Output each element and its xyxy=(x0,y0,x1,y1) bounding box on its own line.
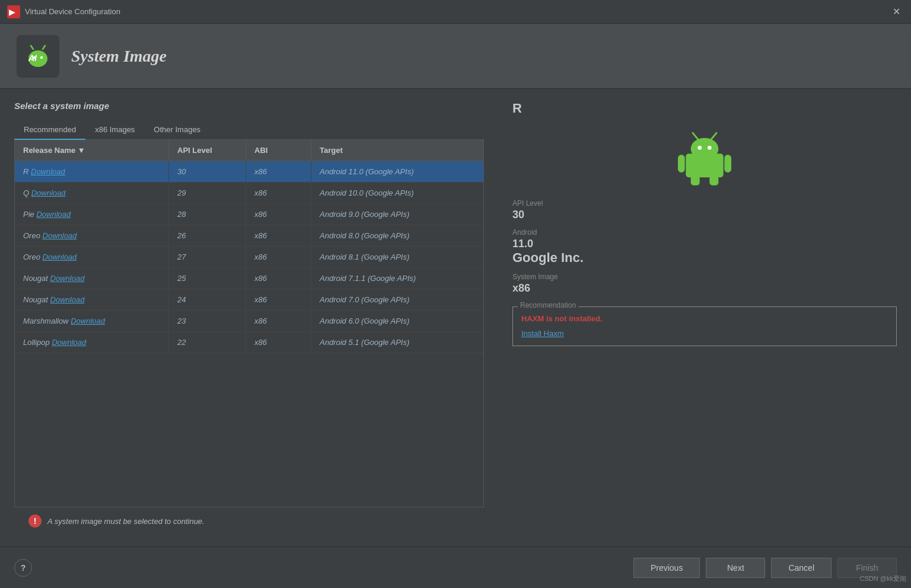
table-row[interactable]: Marshmallow Download 23 x86 Android 6.0 … xyxy=(15,311,483,332)
tabs: Recommended x86 Images Other Images xyxy=(14,120,484,140)
cell-abi: x86 xyxy=(246,332,311,353)
release-prefix: Marshmallow xyxy=(23,317,71,325)
col-target: Target xyxy=(311,140,483,161)
cell-release-name: Oreo Download xyxy=(15,225,169,246)
svg-point-4 xyxy=(40,56,43,58)
table-row[interactable]: Lollipop Download 22 x86 Android 5.1 (Go… xyxy=(15,332,483,353)
cell-abi: x86 xyxy=(246,161,311,182)
cell-api-level: 28 xyxy=(169,204,246,225)
svg-point-11 xyxy=(708,146,712,150)
cell-api-level: 30 xyxy=(169,161,246,182)
next-button[interactable]: Next xyxy=(706,558,765,578)
main-content: Select a system image Recommended x86 Im… xyxy=(0,89,911,547)
svg-point-9 xyxy=(691,138,719,160)
cell-api-level: 29 xyxy=(169,183,246,203)
footer-left: ? xyxy=(14,559,32,577)
tab-otherimages[interactable]: Other Images xyxy=(144,120,210,140)
cell-abi: x86 xyxy=(246,289,311,310)
cell-abi: x86 xyxy=(246,183,311,203)
download-link[interactable]: Download xyxy=(52,338,86,347)
release-prefix: Oreo xyxy=(23,253,43,261)
table-row[interactable]: Q Download 29 x86 Android 10.0 (Google A… xyxy=(15,183,483,204)
svg-point-10 xyxy=(697,146,702,150)
install-haxm-link[interactable]: Install Haxm xyxy=(521,329,564,338)
download-link[interactable]: Download xyxy=(50,274,85,283)
download-link[interactable]: Download xyxy=(43,231,77,240)
previous-button[interactable]: Previous xyxy=(633,558,700,578)
recommendation-box: Recommendation HAXM is not installed. In… xyxy=(512,306,897,346)
download-link[interactable]: Download xyxy=(43,253,77,261)
table-row[interactable]: Nougat Download 25 x86 Android 7.1.1 (Go… xyxy=(15,268,483,289)
recommendation-legend: Recommendation xyxy=(518,301,578,309)
cell-release-name: R Download xyxy=(15,161,169,182)
title-bar-text: Virtual Device Configuration xyxy=(25,7,120,16)
cell-target: Android 7.0 (Google APIs) xyxy=(311,289,483,310)
cell-api-level: 23 xyxy=(169,311,246,331)
cell-api-level: 22 xyxy=(169,332,246,353)
release-prefix: Oreo xyxy=(23,231,43,240)
table-body: R Download 30 x86 Android 11.0 (Google A… xyxy=(15,161,483,353)
tab-x86images[interactable]: x86 Images xyxy=(85,120,144,140)
svg-rect-16 xyxy=(691,175,700,186)
download-link[interactable]: Download xyxy=(31,167,65,176)
table-row[interactable]: Oreo Download 26 x86 Android 8.0 (Google… xyxy=(15,225,483,247)
release-prefix: Lollipop xyxy=(23,338,52,347)
cell-target: Android 11.0 (Google APIs) xyxy=(311,161,483,182)
tab-recommended[interactable]: Recommended xyxy=(14,120,85,140)
header: AI System Image xyxy=(0,24,911,89)
footer-right: Previous Next Cancel Finish xyxy=(633,558,897,578)
cell-release-name: Q Download xyxy=(15,183,169,203)
release-prefix: R xyxy=(23,167,31,176)
vendor-value: Google Inc. xyxy=(512,250,897,266)
col-release-name: Release Name ▼ xyxy=(15,140,169,161)
svg-text:▶: ▶ xyxy=(9,8,15,17)
cell-target: Android 9.0 (Google APIs) xyxy=(311,204,483,225)
right-panel: R API Level 3 xyxy=(498,89,911,547)
svg-rect-17 xyxy=(709,175,718,186)
cell-release-name: Nougat Download xyxy=(15,289,169,310)
system-image-value: x86 xyxy=(512,282,897,295)
download-link[interactable]: Download xyxy=(50,295,85,304)
footer: ? Previous Next Cancel Finish xyxy=(0,547,911,588)
cell-api-level: 27 xyxy=(169,247,246,267)
table-row[interactable]: Oreo Download 27 x86 Android 8.1 (Google… xyxy=(15,247,483,268)
android-robot-container xyxy=(512,128,897,187)
cancel-button[interactable]: Cancel xyxy=(771,558,832,578)
close-button[interactable]: ✕ xyxy=(889,5,904,18)
api-level-label: API Level xyxy=(512,199,897,207)
haxm-error: HAXM is not installed. xyxy=(521,314,888,323)
table-header: Release Name ▼ API Level ABI Target xyxy=(15,140,483,161)
warning-icon: ! xyxy=(28,514,42,528)
header-title: System Image xyxy=(71,47,167,66)
cell-abi: x86 xyxy=(246,268,311,289)
release-prefix: Nougat xyxy=(23,274,50,283)
download-link[interactable]: Download xyxy=(36,210,71,219)
cell-abi: x86 xyxy=(246,225,311,246)
download-link[interactable]: Download xyxy=(31,188,66,197)
help-button[interactable]: ? xyxy=(14,559,32,577)
cell-abi: x86 xyxy=(246,204,311,225)
cell-target: Android 7.1.1 (Google APIs) xyxy=(311,268,483,289)
download-link[interactable]: Download xyxy=(71,317,105,325)
title-bar: ▶ Virtual Device Configuration ✕ xyxy=(0,0,911,24)
svg-line-13 xyxy=(712,133,716,139)
col-api-level: API Level xyxy=(169,140,246,161)
android-label: Android xyxy=(512,228,897,237)
table-row[interactable]: Pie Download 28 x86 Android 9.0 (Google … xyxy=(15,204,483,225)
android-block: Android 11.0 Google Inc. xyxy=(512,228,897,266)
col-abi: ABI xyxy=(246,140,311,161)
cell-release-name: Marshmallow Download xyxy=(15,311,169,331)
android-robot-image xyxy=(675,128,734,187)
cell-api-level: 24 xyxy=(169,289,246,310)
svg-rect-14 xyxy=(678,155,685,172)
cell-target: Android 5.1 (Google APIs) xyxy=(311,332,483,353)
table-row[interactable]: Nougat Download 24 x86 Android 7.0 (Goog… xyxy=(15,289,483,311)
table-row[interactable]: R Download 30 x86 Android 11.0 (Google A… xyxy=(15,161,483,183)
header-icon: AI xyxy=(17,35,59,78)
release-prefix: Q xyxy=(23,188,31,197)
cell-abi: x86 xyxy=(246,247,311,267)
svg-line-12 xyxy=(693,133,697,139)
android-value: 11.0 xyxy=(512,238,897,250)
cell-api-level: 25 xyxy=(169,268,246,289)
cell-target: Android 6.0 (Google APIs) xyxy=(311,311,483,331)
